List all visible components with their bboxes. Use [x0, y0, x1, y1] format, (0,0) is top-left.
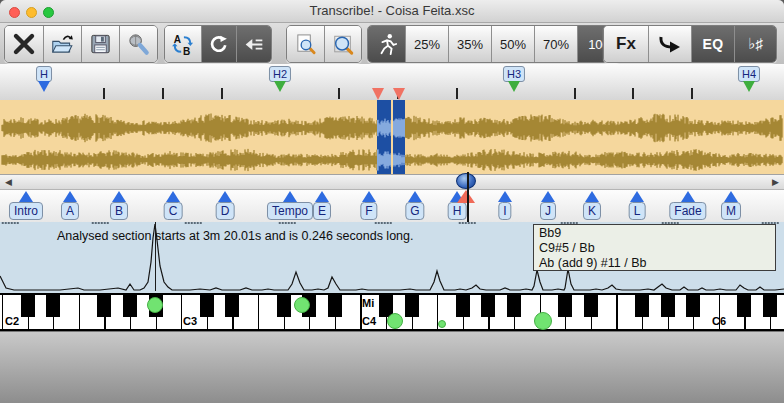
swap-ab-button[interactable]: A B [165, 26, 201, 62]
chord-guess-line: Bb9 [539, 226, 770, 241]
zoom-button[interactable] [324, 26, 361, 62]
speed-button-group: 25%35%50%70%100 [367, 25, 621, 63]
ruler-tick [574, 88, 576, 99]
waveform-ruler[interactable]: HH2H3H4 [0, 64, 784, 100]
marker-label: C [164, 202, 183, 220]
ruler-tick [338, 88, 340, 99]
waveform-scrollbar[interactable]: ◀ ▶ [0, 174, 784, 190]
black-key[interactable] [661, 295, 675, 317]
selection-divider [391, 100, 393, 174]
return-to-mark-button[interactable] [236, 26, 271, 62]
speed-button-35%[interactable]: 35% [448, 26, 491, 62]
speed-button-25%[interactable]: 25% [405, 26, 448, 62]
loop-button[interactable] [201, 26, 236, 62]
zoom-selection-button[interactable] [287, 26, 324, 62]
close-icon [12, 31, 36, 57]
file-button-group [4, 25, 158, 63]
playhead-thumb[interactable] [456, 173, 476, 189]
black-key[interactable] [481, 295, 495, 317]
marker-label: I [498, 202, 511, 220]
marker-label: A [61, 202, 79, 220]
runner-icon [376, 32, 398, 56]
marker-label: L [629, 202, 646, 220]
analysis-cursor-line [155, 222, 156, 291]
marker-label: B [110, 202, 128, 220]
scroll-left-arrow-icon[interactable]: ◀ [5, 176, 12, 189]
black-key[interactable] [405, 295, 419, 317]
key-label-C3: C3 [183, 315, 197, 327]
loop-button-group: A B [164, 25, 272, 63]
black-key[interactable] [225, 295, 239, 317]
ruler-marker-triangle [274, 81, 286, 92]
marker-triangle [218, 191, 232, 202]
black-key[interactable] [200, 295, 214, 317]
save-file-button[interactable] [81, 26, 119, 62]
octave-tick-dots [375, 222, 392, 224]
open-folder-icon [51, 31, 74, 57]
black-key[interactable] [737, 295, 751, 317]
octave-tick-dots [762, 222, 779, 224]
fx-button[interactable]: Fx [604, 26, 648, 62]
black-key[interactable] [456, 295, 470, 317]
octave-tick-dots [92, 222, 109, 224]
ruler-tick [691, 88, 693, 99]
marker-label: G [405, 202, 424, 220]
black-key[interactable] [686, 295, 700, 317]
black-key[interactable] [97, 295, 111, 317]
ruler-tick [456, 88, 458, 99]
black-key[interactable] [584, 295, 598, 317]
black-key[interactable] [507, 295, 521, 317]
octave-tick-dots [2, 222, 19, 224]
black-key[interactable] [328, 295, 342, 317]
black-key[interactable] [277, 295, 291, 317]
marker-label: D [216, 202, 235, 220]
black-key[interactable] [763, 295, 777, 317]
section-marker-row[interactable]: IntroABCDTempoEFGHIJKLFadeM [0, 190, 784, 222]
ruler-tick [632, 88, 634, 99]
slowdown-toggle-button[interactable] [368, 26, 405, 62]
ab-swap-icon: A B [172, 31, 194, 58]
marker-triangle [498, 191, 512, 202]
record-button[interactable] [119, 26, 157, 62]
chord-guess-line: Ab (add 9) #11 / Bb [539, 256, 770, 271]
spectrum-analysis-area[interactable]: Analysed section starts at 3m 20.01s and… [0, 222, 784, 293]
marker-label: E [313, 202, 331, 220]
black-key[interactable] [635, 295, 649, 317]
black-key[interactable] [123, 295, 137, 317]
ruler-marker-flag: H [36, 66, 52, 82]
scroll-right-arrow-icon[interactable]: ▶ [772, 176, 779, 189]
ruler-marker-flag: H2 [269, 66, 291, 82]
marker-label: K [583, 202, 601, 220]
black-key[interactable] [46, 295, 60, 317]
waveform-display[interactable] [0, 100, 784, 174]
current-point-flag [457, 190, 475, 203]
key-label-above: Mi [362, 297, 374, 309]
ruler-marker-flag: H4 [738, 66, 760, 82]
marker-label: F [360, 202, 377, 220]
eq-button[interactable]: EQ [691, 26, 734, 62]
octave-tick-dots [459, 222, 476, 224]
speed-button-50%[interactable]: 50% [491, 26, 534, 62]
black-key[interactable] [21, 295, 35, 317]
marker-triangle [541, 191, 555, 202]
ruler-marker-flag: H3 [503, 66, 525, 82]
open-file-button[interactable] [43, 26, 81, 62]
ruler-tick [103, 88, 105, 99]
marker-triangle [283, 191, 297, 202]
key-label-C4: C4 [362, 315, 376, 327]
auto-advance-button[interactable] [648, 26, 691, 62]
black-key[interactable] [558, 295, 572, 317]
speed-button-70%[interactable]: 70% [534, 26, 577, 62]
detected-note-dot [438, 320, 446, 328]
close-file-button[interactable] [5, 26, 43, 62]
marker-triangle [362, 191, 376, 202]
selection-region[interactable] [377, 100, 405, 174]
key-label-C6: C6 [712, 315, 726, 327]
marker-triangle [630, 191, 644, 202]
marker-triangle [112, 191, 126, 202]
svg-text:A: A [174, 33, 182, 44]
pitch-shift-button[interactable]: ♭♯ [734, 26, 776, 62]
ruler-tick [162, 88, 164, 99]
detected-note-dot [534, 312, 552, 330]
marker-triangle [585, 191, 599, 202]
